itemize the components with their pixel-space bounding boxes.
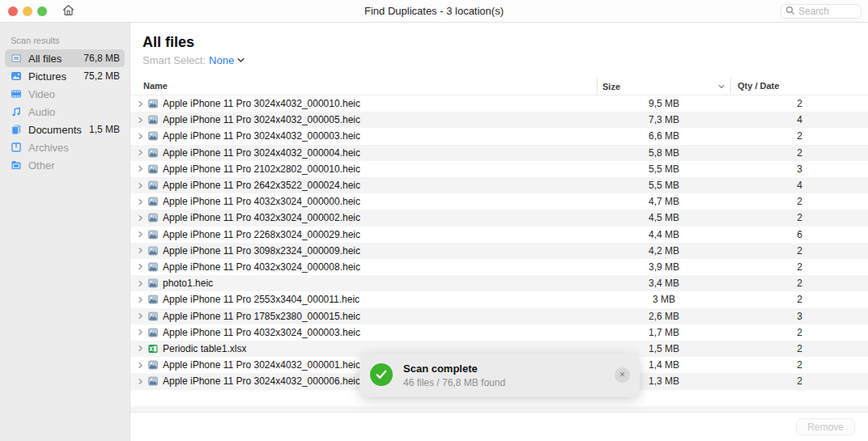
disclosure-chevron-icon[interactable] xyxy=(134,198,146,206)
file-qty: 2 xyxy=(731,212,868,223)
disclosure-chevron-icon[interactable] xyxy=(134,312,146,320)
table-row[interactable]: Apple iPhone 11 Pro 3098x2324_000009.hei… xyxy=(130,243,868,259)
sidebar-item-other[interactable]: Other xyxy=(5,156,125,174)
sidebar-list: All files76,8 MBPictures75,2 MBVideoAudi… xyxy=(0,49,130,174)
file-qty: 6 xyxy=(731,229,868,240)
disclosure-chevron-icon[interactable] xyxy=(134,280,146,287)
smart-select-control[interactable]: Smart Select:None xyxy=(143,54,245,67)
file-qty: 2 xyxy=(731,130,868,142)
file-qty: 2 xyxy=(731,294,868,305)
search-input[interactable] xyxy=(798,6,855,17)
file-size: 2,6 MB xyxy=(597,311,731,322)
column-header-size[interactable]: Size xyxy=(597,78,731,95)
table-row[interactable]: Apple iPhone 11 Pro 3024x4032_000005.hei… xyxy=(130,112,868,128)
table-row[interactable]: Apple iPhone 11 Pro 4032x3024_000008.hei… xyxy=(130,259,868,275)
disclosure-chevron-icon[interactable] xyxy=(134,133,146,140)
disclosure-chevron-icon[interactable] xyxy=(134,117,146,124)
table-row[interactable]: photo1.heic3,4 MB2 xyxy=(130,275,868,291)
sidebar-item-label: Video xyxy=(28,88,55,100)
all-files-icon xyxy=(10,52,23,65)
file-qty: 2 xyxy=(731,375,868,387)
image-file-icon xyxy=(147,115,158,125)
remove-button[interactable]: Remove xyxy=(796,418,855,435)
file-size: 6,6 MB xyxy=(597,130,731,142)
column-header-name[interactable]: Name xyxy=(143,81,168,91)
file-name: Apple iPhone 11 Pro 3024x4032_000003.hei… xyxy=(163,130,597,142)
disclosure-chevron-icon[interactable] xyxy=(134,362,146,369)
table-row[interactable]: Apple iPhone 11 Pro 4032x3024_000002.hei… xyxy=(130,210,868,226)
disclosure-chevron-icon[interactable] xyxy=(134,100,146,108)
table-row[interactable]: Apple iPhone 11 Pro 4032x3024_000000.hei… xyxy=(130,193,868,210)
toast-close-button[interactable]: × xyxy=(615,367,630,383)
disclosure-chevron-icon[interactable] xyxy=(134,231,146,238)
smart-select-value[interactable]: None xyxy=(209,54,234,66)
table-row[interactable]: Apple iPhone 11 Pro 3024x4032_000003.hei… xyxy=(130,128,868,144)
file-size: 3,4 MB xyxy=(597,278,731,289)
file-qty: 2 xyxy=(731,196,868,207)
table-row[interactable]: Apple iPhone 11 Pro 2102x2802_000010.hei… xyxy=(130,161,868,177)
file-qty: 3 xyxy=(731,163,868,175)
file-size: 4,5 MB xyxy=(597,212,731,223)
sidebar-item-all-files[interactable]: All files76,8 MB xyxy=(5,49,125,67)
image-file-icon xyxy=(147,148,158,158)
file-size: 9,5 MB xyxy=(597,98,731,109)
image-file-icon xyxy=(147,180,158,190)
table-row[interactable]: Apple iPhone 11 Pro 2553x3404_000011.hei… xyxy=(130,291,868,307)
chevron-down-icon[interactable] xyxy=(236,55,245,67)
file-size: 4,2 MB xyxy=(597,245,731,257)
disclosure-chevron-icon[interactable] xyxy=(134,149,146,156)
table-row[interactable]: Apple iPhone 11 Pro 1785x2380_000015.hei… xyxy=(130,307,868,324)
image-file-icon xyxy=(147,213,158,223)
image-file-icon xyxy=(147,295,158,304)
toolbar: Find Duplicates - 3 location(s) xyxy=(0,0,868,23)
disclosure-chevron-icon[interactable] xyxy=(134,329,146,336)
table-row[interactable]: Apple iPhone 11 Pro 4032x3024_000003.hei… xyxy=(130,324,868,341)
file-name: Apple iPhone 11 Pro 2102x2802_000010.hei… xyxy=(163,163,597,175)
file-qty: 2 xyxy=(731,278,868,289)
search-field[interactable] xyxy=(781,4,862,19)
sort-chevron-icon[interactable] xyxy=(717,83,725,91)
sidebar-item-archives[interactable]: Archives xyxy=(5,138,125,156)
column-header-size-label: Size xyxy=(602,82,620,91)
disclosure-chevron-icon[interactable] xyxy=(134,214,146,222)
sidebar-item-audio[interactable]: Audio xyxy=(5,103,125,121)
search-icon xyxy=(785,4,795,19)
image-file-icon xyxy=(147,164,158,174)
file-name: Apple iPhone 11 Pro 4032x3024_000002.hei… xyxy=(163,212,597,223)
sidebar-item-documents[interactable]: Documents1,5 MB xyxy=(5,121,125,138)
excel-file-icon xyxy=(147,344,158,354)
sidebar-item-video[interactable]: Video xyxy=(5,85,125,103)
sidebar-item-label: Documents xyxy=(28,124,82,136)
disclosure-chevron-icon[interactable] xyxy=(134,247,146,254)
disclosure-chevron-icon[interactable] xyxy=(134,165,146,172)
table-header: Name Size Qty / Date xyxy=(130,78,868,95)
disclosure-chevron-icon[interactable] xyxy=(134,182,146,189)
table-row[interactable]: Apple iPhone 11 Pro 3024x4032_000010.hei… xyxy=(130,95,868,112)
table-row[interactable]: Apple iPhone 11 Pro 3024x4032_000004.hei… xyxy=(130,145,868,161)
sidebar-item-pictures[interactable]: Pictures75,2 MB xyxy=(5,67,125,85)
file-name: Apple iPhone 11 Pro 3024x4032_000010.hei… xyxy=(163,98,597,109)
disclosure-chevron-icon[interactable] xyxy=(134,345,146,352)
image-file-icon xyxy=(147,246,158,256)
file-name: Apple iPhone 11 Pro 1785x2380_000015.hei… xyxy=(163,311,597,322)
sidebar-item-label: Audio xyxy=(28,106,55,118)
image-file-icon xyxy=(147,312,158,321)
file-size: 4,4 MB xyxy=(597,229,731,240)
file-size: 1,7 MB xyxy=(597,327,731,338)
image-file-icon xyxy=(147,99,158,108)
disclosure-chevron-icon[interactable] xyxy=(134,296,146,303)
table-row[interactable]: Apple iPhone 11 Pro 2268x3024_000029.hei… xyxy=(130,227,868,243)
column-header-qty[interactable]: Qty / Date xyxy=(738,81,779,91)
file-qty: 2 xyxy=(731,359,868,371)
sidebar-item-label: All files xyxy=(28,53,62,65)
disclosure-chevron-icon[interactable] xyxy=(134,263,146,270)
file-name: Apple iPhone 11 Pro 3098x2324_000009.hei… xyxy=(163,245,597,257)
toast-subtitle: 46 files / 76,8 MB found xyxy=(403,377,505,388)
sidebar-item-size: 75,2 MB xyxy=(83,70,120,82)
footer-bar: Remove xyxy=(130,412,868,441)
file-size: 3,9 MB xyxy=(597,261,731,273)
disclosure-chevron-icon[interactable] xyxy=(134,378,146,385)
file-size: 5,5 MB xyxy=(597,163,731,175)
file-name: Apple iPhone 11 Pro 2553x3404_000011.hei… xyxy=(163,294,597,305)
table-row[interactable]: Apple iPhone 11 Pro 2642x3522_000024.hei… xyxy=(130,177,868,193)
